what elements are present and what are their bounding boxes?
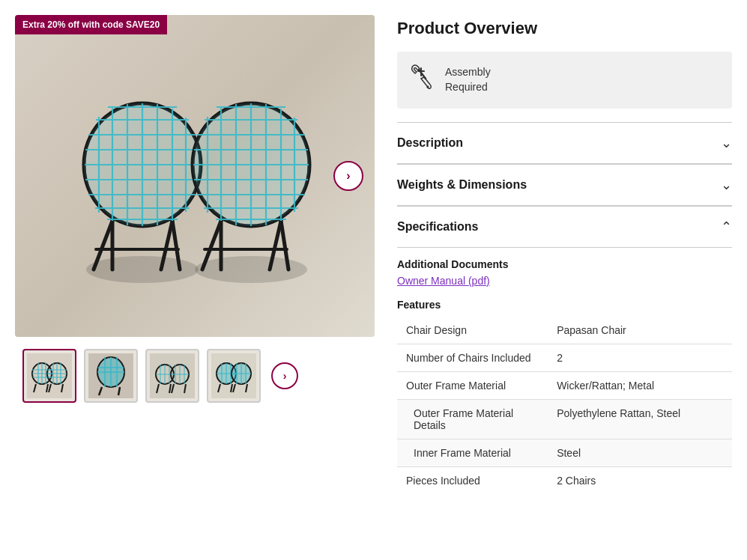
- weights-section: Weights & Dimensions ⌄: [397, 164, 732, 206]
- feature-key: Pieces Included: [397, 467, 548, 495]
- promo-badge: Extra 20% off with code SAVE20: [15, 15, 167, 34]
- owner-manual-link[interactable]: Owner Manual (pdf): [397, 275, 490, 287]
- feature-value: Steel: [548, 439, 732, 467]
- table-row: Pieces Included2 Chairs: [397, 467, 732, 495]
- chairs-illustration: [52, 49, 337, 303]
- thumbnails-row: ›: [15, 349, 375, 403]
- table-row: Chair DesignPapasan Chair: [397, 317, 732, 344]
- description-accordion-header[interactable]: Description ⌄: [397, 123, 732, 164]
- feature-value: 2: [548, 344, 732, 372]
- additional-docs-label: Additional Documents: [397, 258, 732, 270]
- feature-key: Outer Frame Material: [397, 372, 548, 400]
- weights-chevron-icon: ⌄: [721, 177, 732, 193]
- right-column: Product Overview Assembly Required: [397, 15, 732, 545]
- description-section: Description ⌄: [397, 122, 732, 164]
- svg-point-24: [84, 103, 201, 226]
- table-row: Outer Frame MaterialWicker/Rattan; Metal: [397, 372, 732, 400]
- features-label: Features: [397, 299, 732, 311]
- thumbnail-2[interactable]: [84, 349, 138, 403]
- thumbnail-4[interactable]: [207, 349, 261, 403]
- thumbnail-3[interactable]: [145, 349, 199, 403]
- assembly-box: Assembly Required: [397, 52, 732, 109]
- svg-point-107: [427, 86, 429, 88]
- features-table: Chair DesignPapasan ChairNumber of Chair…: [397, 317, 732, 494]
- feature-key: Inner Frame Material: [397, 439, 548, 467]
- table-row: Number of Chairs Included2: [397, 344, 732, 372]
- specifications-header-title: Specifications: [397, 220, 478, 234]
- weights-accordion-header[interactable]: Weights & Dimensions ⌄: [397, 165, 732, 206]
- feature-key: Chair Design: [397, 317, 548, 344]
- weights-header-title: Weights & Dimensions: [397, 178, 527, 192]
- table-row: Inner Frame MaterialSteel: [397, 439, 732, 467]
- feature-key: Outer Frame Material Details: [397, 400, 548, 439]
- svg-point-47: [193, 103, 309, 226]
- description-chevron-icon: ⌄: [721, 135, 732, 151]
- table-row: Outer Frame Material DetailsPolyethylene…: [397, 400, 732, 439]
- thumbnails-next-button[interactable]: ›: [271, 362, 298, 389]
- feature-value: 2 Chairs: [548, 467, 732, 495]
- specifications-section: Specifications ⌃ Additional Documents Ow…: [397, 206, 732, 494]
- assembly-text: Assembly Required: [445, 65, 491, 94]
- main-image-wrapper: Extra 20% off with code SAVE20: [15, 15, 375, 337]
- product-overview-title: Product Overview: [397, 19, 732, 38]
- main-image: [15, 15, 375, 337]
- feature-value: Wicker/Rattan; Metal: [548, 372, 732, 400]
- specifications-accordion-header[interactable]: Specifications ⌃: [397, 207, 732, 248]
- thumbnail-1[interactable]: [22, 349, 76, 403]
- left-column: Extra 20% off with code SAVE20: [15, 15, 375, 545]
- feature-value: Papasan Chair: [548, 317, 732, 344]
- specifications-chevron-icon: ⌃: [721, 219, 732, 235]
- feature-key: Number of Chairs Included: [397, 344, 548, 372]
- feature-value: Polyethylene Rattan, Steel: [548, 400, 732, 439]
- main-image-next-button[interactable]: ›: [333, 161, 363, 191]
- description-header-title: Description: [397, 136, 463, 150]
- page-container: Extra 20% off with code SAVE20: [0, 0, 747, 560]
- assembly-icon: [411, 64, 435, 97]
- specifications-content: Additional Documents Owner Manual (pdf) …: [397, 248, 732, 494]
